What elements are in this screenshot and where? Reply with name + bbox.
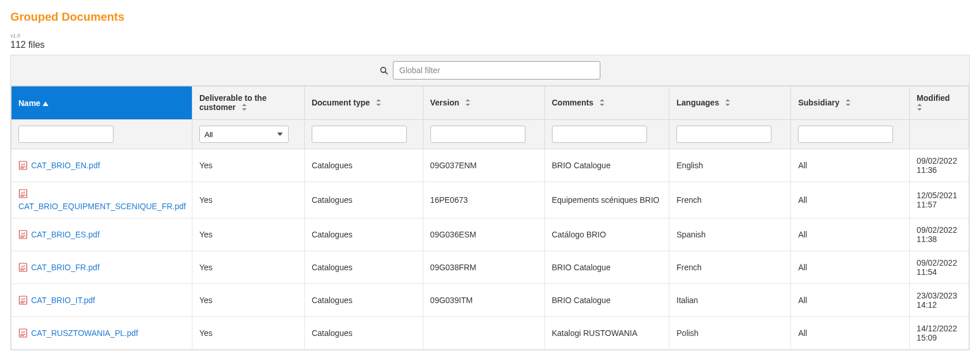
table-row: pdf CAT_BRIO_EN.pdf Yes Catalogues 09G03… bbox=[12, 149, 969, 182]
svg-marker-16 bbox=[917, 108, 922, 111]
cell-doctype: Catalogues bbox=[304, 218, 423, 251]
sort-both-icon bbox=[917, 103, 922, 112]
cell-languages: French bbox=[669, 251, 791, 284]
file-link[interactable]: CAT_BRIO_FR.pdf bbox=[31, 263, 100, 272]
col-header-subsidiary[interactable]: Subsidiary bbox=[791, 86, 910, 120]
svg-text:pdf: pdf bbox=[21, 191, 26, 194]
svg-rect-20 bbox=[21, 168, 24, 168]
svg-line-1 bbox=[385, 71, 387, 74]
col-header-subsidiary-label: Subsidiary bbox=[798, 98, 839, 107]
cell-subsidiary: All bbox=[791, 218, 910, 251]
cell-version: 09G036ESM bbox=[423, 218, 544, 251]
cell-comments: BRIO Catalogue bbox=[544, 284, 669, 317]
cell-languages: Spanish bbox=[669, 218, 791, 251]
file-link[interactable]: CAT_BRIO_EQUIPMENT_SCENIQUE_FR.pdf bbox=[18, 202, 186, 211]
svg-marker-4 bbox=[242, 108, 247, 111]
cell-comments: BRIO Catalogue bbox=[544, 251, 669, 284]
search-icon bbox=[380, 66, 388, 75]
pdf-icon: pdf bbox=[18, 189, 28, 198]
cell-languages: French bbox=[669, 182, 791, 218]
svg-rect-36 bbox=[21, 303, 24, 303]
col-header-doctype[interactable]: Document type bbox=[304, 86, 423, 120]
cell-doctype: Catalogues bbox=[304, 284, 423, 317]
cell-modified: 09/02/2022 11:38 bbox=[910, 218, 969, 251]
cell-deliverable: Yes bbox=[192, 182, 304, 218]
filter-deliverable-select[interactable]: All bbox=[199, 126, 289, 143]
col-header-languages[interactable]: Languages bbox=[669, 86, 791, 120]
table-row: pdf CAT_BRIO_FR.pdf Yes Catalogues 09G03… bbox=[12, 251, 969, 284]
svg-point-0 bbox=[381, 67, 386, 72]
svg-rect-28 bbox=[21, 237, 24, 237]
cell-subsidiary: All bbox=[791, 182, 910, 218]
cell-version bbox=[423, 317, 544, 350]
cell-deliverable: Yes bbox=[192, 218, 304, 251]
svg-marker-5 bbox=[376, 99, 381, 101]
col-header-modified-label: Modified bbox=[917, 93, 950, 103]
cell-version: 09G037ENM bbox=[423, 149, 544, 182]
cell-doctype: Catalogues bbox=[304, 149, 423, 182]
filter-doctype-input[interactable] bbox=[312, 126, 407, 143]
file-link[interactable]: CAT_RUSZTOWANIA_PL.pdf bbox=[31, 328, 138, 338]
table-row: pdf CAT_BRIO_IT.pdf Yes Catalogues 09G03… bbox=[12, 284, 969, 317]
file-link[interactable]: CAT_BRIO_EN.pdf bbox=[31, 161, 100, 170]
col-header-modified[interactable]: Modified bbox=[910, 86, 969, 120]
cell-modified: 23/03/2023 14:12 bbox=[910, 284, 969, 317]
cell-deliverable: Yes bbox=[192, 317, 304, 350]
col-header-deliverable[interactable]: Deliverable to the customer bbox=[192, 86, 304, 120]
col-header-version[interactable]: Version bbox=[423, 86, 544, 120]
filter-name-input[interactable] bbox=[18, 126, 113, 143]
col-header-version-label: Version bbox=[430, 98, 460, 107]
col-header-deliverable-label: Deliverable to the customer bbox=[199, 93, 267, 112]
pdf-icon: pdf bbox=[18, 161, 28, 170]
col-header-comments[interactable]: Comments bbox=[544, 86, 669, 120]
sort-asc-icon bbox=[43, 99, 48, 108]
cell-comments: Equipements scéniques BRIO bbox=[544, 182, 669, 218]
svg-marker-11 bbox=[725, 99, 730, 101]
col-header-name[interactable]: Name bbox=[12, 86, 192, 120]
svg-rect-31 bbox=[21, 269, 26, 269]
svg-rect-39 bbox=[21, 334, 26, 335]
cell-version: 09G038FRM bbox=[423, 251, 544, 284]
cell-modified: 09/02/2022 11:54 bbox=[910, 251, 969, 284]
svg-marker-12 bbox=[725, 104, 730, 106]
filter-subsidiary-input[interactable] bbox=[798, 126, 893, 143]
cell-subsidiary: All bbox=[791, 251, 910, 284]
filter-languages-input[interactable] bbox=[676, 126, 771, 143]
cell-version: 16PE0673 bbox=[423, 182, 544, 218]
svg-marker-15 bbox=[917, 104, 922, 106]
svg-text:pdf: pdf bbox=[21, 163, 26, 166]
svg-text:pdf: pdf bbox=[21, 297, 26, 301]
page-title: Grouped Documents bbox=[10, 10, 970, 24]
svg-marker-2 bbox=[43, 101, 48, 106]
cell-subsidiary: All bbox=[791, 149, 910, 182]
cell-doctype: Catalogues bbox=[304, 317, 423, 350]
documents-table: Name Deliverable to the customer Documen… bbox=[11, 86, 969, 350]
pdf-icon: pdf bbox=[18, 230, 28, 239]
cell-languages: English bbox=[669, 149, 791, 182]
filter-version-input[interactable] bbox=[430, 126, 525, 143]
filter-comments-input[interactable] bbox=[552, 126, 647, 143]
filter-row: All bbox=[12, 120, 969, 149]
cell-languages: Italian bbox=[669, 284, 791, 317]
svg-marker-7 bbox=[466, 99, 470, 101]
global-filter-input[interactable] bbox=[393, 61, 600, 80]
svg-rect-23 bbox=[21, 195, 26, 195]
table-row: pdf CAT_BRIO_ES.pdf Yes Catalogues 09G03… bbox=[12, 218, 969, 251]
table-row: pdf CAT_RUSZTOWANIA_PL.pdf Yes Catalogue… bbox=[12, 317, 969, 350]
file-link[interactable]: CAT_BRIO_ES.pdf bbox=[31, 230, 100, 239]
cell-doctype: Catalogues bbox=[304, 251, 423, 284]
table-row: pdf CAT_BRIO_EQUIPMENT_SCENIQUE_FR.pdf Y… bbox=[12, 182, 969, 218]
global-filter-bar bbox=[11, 55, 969, 86]
svg-text:pdf: pdf bbox=[21, 330, 26, 334]
col-header-name-label: Name bbox=[18, 99, 40, 108]
cell-deliverable: Yes bbox=[192, 284, 304, 317]
svg-rect-27 bbox=[21, 236, 26, 236]
file-link[interactable]: CAT_BRIO_IT.pdf bbox=[31, 296, 95, 305]
sort-both-icon bbox=[465, 99, 471, 108]
svg-marker-3 bbox=[242, 104, 247, 106]
svg-marker-9 bbox=[600, 99, 604, 101]
file-count: 112 files bbox=[10, 40, 970, 50]
cell-version: 09G039ITM bbox=[423, 284, 544, 317]
cell-subsidiary: All bbox=[791, 317, 910, 350]
cell-deliverable: Yes bbox=[192, 251, 304, 284]
